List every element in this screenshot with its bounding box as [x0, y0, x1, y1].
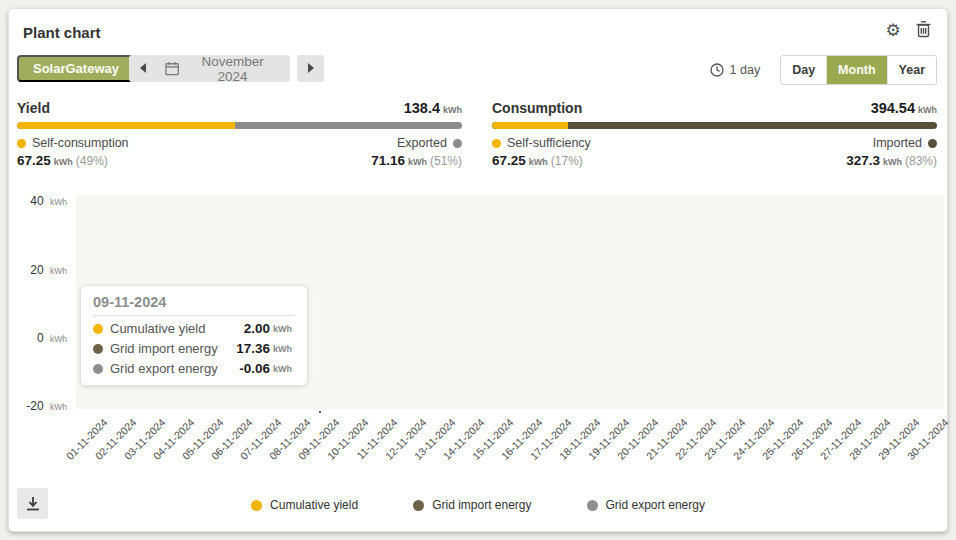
- tooltip-row: Grid export energy-0.06kWh: [93, 361, 295, 376]
- chart-area: 30-11-202429-11-202428-11-202427-11-2024…: [9, 9, 947, 531]
- plant-chart-card: Plant chart ⚙ SolarGateway November 2024…: [8, 8, 948, 532]
- legend-item[interactable]: Grid export energy: [587, 498, 705, 512]
- legend-dot-icon: [413, 500, 424, 511]
- series-dot-icon: [93, 344, 103, 354]
- tooltip-row: Cumulative yield2.00kWh: [93, 321, 295, 336]
- series-dot-icon: [93, 364, 103, 374]
- y-axis-tick: 20 kWh: [9, 263, 67, 277]
- tooltip-date: 09-11-2024: [93, 294, 295, 316]
- tooltip-row: Grid import energy17.36kWh: [93, 341, 295, 356]
- y-axis-tick: -20 kWh: [9, 399, 67, 413]
- y-axis-tick: 0 kWh: [9, 331, 67, 345]
- chart-tooltip: 09-11-2024 Cumulative yield2.00kWhGrid i…: [80, 285, 308, 386]
- y-axis-tick: 40 kWh: [9, 194, 67, 208]
- download-button[interactable]: [17, 488, 48, 519]
- chart-legend: Cumulative yieldGrid import energyGrid e…: [9, 498, 947, 512]
- series-dot-icon: [93, 324, 103, 334]
- legend-item[interactable]: Grid import energy: [413, 498, 531, 512]
- legend-item[interactable]: Cumulative yield: [251, 498, 358, 512]
- legend-dot-icon: [251, 500, 262, 511]
- legend-dot-icon: [587, 500, 598, 511]
- download-icon: [25, 496, 41, 512]
